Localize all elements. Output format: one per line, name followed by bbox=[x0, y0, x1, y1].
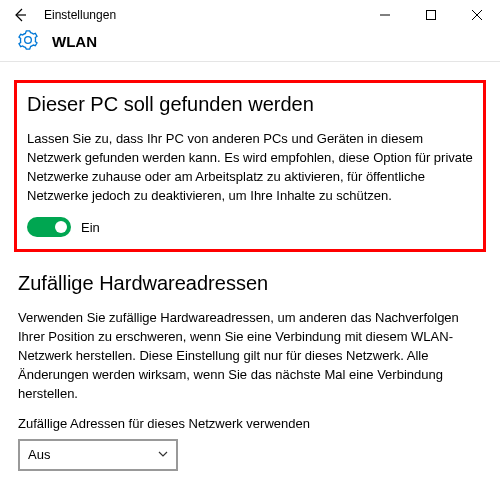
random-mac-select[interactable]: Aus bbox=[18, 439, 178, 471]
discovery-toggle-label: Ein bbox=[81, 220, 100, 235]
page-title: WLAN bbox=[52, 33, 97, 50]
discovery-section-highlight: Dieser PC soll gefunden werden Lassen Si… bbox=[14, 80, 486, 252]
maximize-icon bbox=[426, 10, 436, 20]
titlebar: Einstellungen bbox=[0, 0, 500, 30]
discovery-heading: Dieser PC soll gefunden werden bbox=[27, 93, 473, 116]
minimize-icon bbox=[380, 10, 390, 20]
back-button[interactable] bbox=[12, 7, 32, 23]
gear-icon bbox=[18, 30, 38, 53]
discovery-description: Lassen Sie zu, dass Ihr PC von anderen P… bbox=[27, 130, 473, 205]
random-mac-section: Zufällige Hardwareadressen Verwenden Sie… bbox=[18, 272, 482, 470]
arrow-left-icon bbox=[12, 7, 28, 23]
random-mac-heading: Zufällige Hardwareadressen bbox=[18, 272, 482, 295]
random-mac-description: Verwenden Sie zufällige Hardwareadressen… bbox=[18, 309, 482, 403]
close-icon bbox=[472, 10, 482, 20]
discovery-toggle-row: Ein bbox=[27, 217, 473, 237]
window-title: Einstellungen bbox=[44, 8, 362, 22]
random-mac-select-value: Aus bbox=[28, 447, 50, 462]
content: Dieser PC soll gefunden werden Lassen Si… bbox=[0, 62, 500, 471]
page-header: WLAN bbox=[0, 30, 500, 59]
random-mac-select-label: Zufällige Adressen für dieses Netzwerk v… bbox=[18, 416, 482, 431]
svg-rect-2 bbox=[427, 11, 436, 20]
close-button[interactable] bbox=[454, 0, 500, 30]
chevron-down-icon bbox=[158, 447, 168, 462]
discovery-toggle[interactable] bbox=[27, 217, 71, 237]
minimize-button[interactable] bbox=[362, 0, 408, 30]
maximize-button[interactable] bbox=[408, 0, 454, 30]
